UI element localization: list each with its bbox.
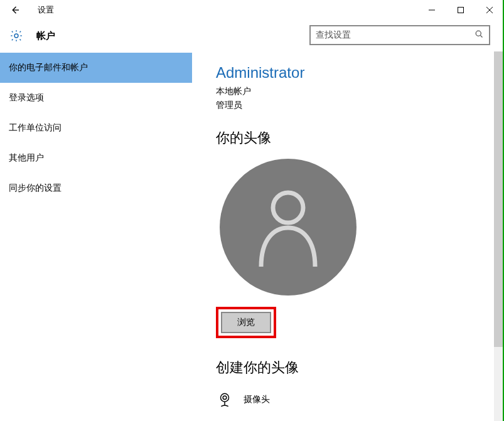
camera-option[interactable]: 摄像头: [216, 391, 504, 408]
sidebar-item-label: 登录选项: [9, 92, 44, 104]
sidebar: 你的电子邮件和帐户 登录选项 工作单位访问 其他用户 同步你的设置: [0, 51, 192, 421]
gear-icon[interactable]: [9, 28, 24, 43]
browse-button-label: 浏览: [237, 317, 255, 328]
sidebar-item-label: 工作单位访问: [9, 122, 62, 134]
svg-point-4: [221, 393, 229, 402]
minimize-button[interactable]: [417, 0, 446, 20]
avatar: [220, 159, 357, 296]
browse-button[interactable]: 浏览: [221, 312, 271, 333]
account-type: 本地帐户: [216, 85, 504, 98]
page-title: 帐户: [36, 30, 55, 42]
search-input[interactable]: 查找设置: [309, 25, 490, 45]
search-icon: [475, 29, 484, 41]
sidebar-item-label: 同步你的设置: [9, 183, 62, 194]
content-area: Administrator 本地帐户 管理员 你的头像 浏览 创建你的头像: [192, 51, 504, 421]
svg-rect-0: [458, 8, 464, 13]
minimize-icon: [428, 6, 436, 14]
browse-highlight-box: 浏览: [216, 307, 276, 338]
camera-label: 摄像头: [244, 394, 270, 405]
sidebar-item-sync-settings[interactable]: 同步你的设置: [0, 173, 192, 203]
maximize-button[interactable]: [446, 0, 475, 20]
avatar-section-title: 你的头像: [216, 129, 504, 147]
sidebar-item-other-users[interactable]: 其他用户: [0, 143, 192, 173]
close-icon: [486, 6, 493, 14]
header: 帐户 查找设置: [0, 20, 504, 51]
account-username: Administrator: [216, 64, 504, 82]
svg-point-3: [273, 193, 303, 223]
arrow-left-icon: [9, 4, 21, 16]
close-button[interactable]: [475, 0, 504, 20]
camera-icon: [216, 391, 233, 408]
svg-point-5: [223, 396, 227, 400]
sidebar-item-email-accounts[interactable]: 你的电子邮件和帐户: [0, 53, 192, 83]
search-placeholder: 查找设置: [316, 29, 475, 41]
sidebar-item-signin-options[interactable]: 登录选项: [0, 83, 192, 113]
sidebar-item-label: 其他用户: [9, 152, 44, 164]
sidebar-item-work-access[interactable]: 工作单位访问: [0, 113, 192, 143]
window-title: 设置: [38, 4, 54, 16]
window-controls: [417, 0, 504, 20]
create-avatar-section-title: 创建你的头像: [216, 358, 504, 377]
svg-point-1: [14, 34, 18, 38]
svg-point-2: [476, 31, 481, 36]
maximize-icon: [457, 6, 464, 14]
account-role: 管理员: [216, 99, 504, 112]
back-button[interactable]: [0, 0, 30, 20]
sidebar-item-label: 你的电子邮件和帐户: [9, 62, 88, 73]
person-icon: [254, 186, 323, 268]
titlebar: 设置: [0, 0, 504, 20]
